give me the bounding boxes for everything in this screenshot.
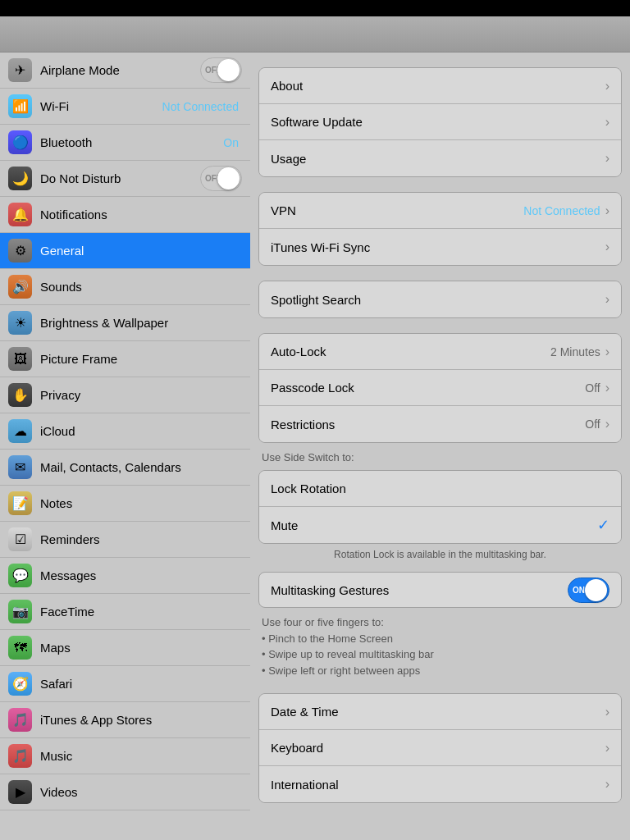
detail-row-international[interactable]: International› bbox=[259, 766, 621, 802]
sidebar-item-videos[interactable]: ▶Videos bbox=[0, 774, 250, 810]
section-group-group2: VPNNot Connected›iTunes Wi-Fi Sync› bbox=[258, 192, 622, 266]
chevron-icon: › bbox=[605, 203, 609, 218]
sidebar-item-label-mail: Mail, Contacts, Calendars bbox=[40, 460, 242, 474]
sidebar-item-airplane-mode[interactable]: ✈Airplane ModeOFF bbox=[0, 52, 250, 89]
rotation-note: Rotation Lock is available in the multit… bbox=[250, 544, 630, 560]
sidebar-item-reminders[interactable]: ☑Reminders bbox=[0, 522, 250, 558]
facetime-icon: 📷 bbox=[8, 600, 32, 623]
do-not-disturb-toggle[interactable]: OFF bbox=[200, 166, 242, 191]
side-switch-label-lock-rotation: Lock Rotation bbox=[271, 482, 609, 495]
sidebar-item-label-notes: Notes bbox=[40, 496, 242, 510]
itunes-icon: 🎵 bbox=[8, 708, 32, 732]
sidebar-item-label-reminders: Reminders bbox=[40, 532, 242, 546]
sidebar-item-label-brightness: Brightness & Wallpaper bbox=[40, 316, 242, 330]
detail-header bbox=[250, 16, 630, 52]
chevron-icon: › bbox=[605, 417, 609, 431]
chevron-icon: › bbox=[605, 381, 609, 395]
sidebar-item-label-music: Music bbox=[40, 749, 242, 763]
sidebar-item-bluetooth[interactable]: 🔵BluetoothOn bbox=[0, 125, 250, 161]
row-label-date-time: Date & Time bbox=[271, 705, 605, 719]
detail-row-usage[interactable]: Usage› bbox=[259, 140, 621, 176]
sidebar-item-music[interactable]: 🎵Music bbox=[0, 738, 250, 774]
side-switch-row-mute[interactable]: Mute✓ bbox=[259, 507, 621, 543]
do-not-disturb-icon: 🌙 bbox=[8, 167, 32, 190]
detail-row-passcode-lock[interactable]: Passcode LockOff› bbox=[259, 370, 621, 406]
chevron-icon: › bbox=[605, 240, 609, 254]
row-label-usage: Usage bbox=[271, 152, 605, 166]
sidebar-item-messages[interactable]: 💬Messages bbox=[0, 558, 250, 594]
airplane-mode-icon: ✈ bbox=[8, 58, 32, 82]
sidebar-item-wifi[interactable]: 📶Wi-FiNot Connected bbox=[0, 89, 250, 125]
sidebar-item-notifications[interactable]: 🔔Notifications bbox=[0, 197, 250, 233]
detail-row-about[interactable]: About› bbox=[259, 68, 621, 104]
side-switch-group: Lock RotationMute✓ bbox=[258, 470, 622, 544]
messages-icon: 💬 bbox=[8, 564, 32, 587]
detail-row-restrictions[interactable]: RestrictionsOff› bbox=[259, 406, 621, 442]
sidebar-item-label-wifi: Wi-Fi bbox=[40, 99, 162, 113]
notifications-icon: 🔔 bbox=[8, 203, 32, 226]
row-label-international: International bbox=[271, 778, 605, 792]
chevron-icon: › bbox=[605, 777, 609, 792]
sidebar-item-general[interactable]: ⚙General bbox=[0, 233, 250, 269]
chevron-icon: › bbox=[605, 345, 609, 359]
section-group-group5: Date & Time›Keyboard›International› bbox=[258, 693, 622, 803]
sidebar-item-label-privacy: Privacy bbox=[40, 388, 242, 402]
sidebar-item-brightness[interactable]: ☀Brightness & Wallpaper bbox=[0, 305, 250, 341]
sidebar-item-label-airplane-mode: Airplane Mode bbox=[40, 63, 200, 77]
row-label-spotlight-search: Spotlight Search bbox=[271, 293, 605, 307]
sidebar-item-icloud[interactable]: ☁iCloud bbox=[0, 413, 250, 450]
status-bar bbox=[0, 0, 630, 16]
sidebar-item-do-not-disturb[interactable]: 🌙Do Not DisturbOFF bbox=[0, 161, 250, 197]
detail-pane: About›Software Update›Usage›VPNNot Conne… bbox=[250, 16, 630, 840]
row-value-restrictions: Off bbox=[585, 418, 600, 431]
bluetooth-value: On bbox=[223, 136, 239, 149]
row-label-restrictions: Restrictions bbox=[271, 418, 585, 431]
sidebar-item-label-bluetooth: Bluetooth bbox=[40, 135, 223, 149]
row-value-vpn: Not Connected bbox=[523, 204, 600, 217]
sidebar-header bbox=[0, 16, 250, 52]
picture-frame-icon: 🖼 bbox=[8, 347, 32, 371]
privacy-icon: ✋ bbox=[8, 383, 32, 407]
sidebar-item-picture-frame[interactable]: 🖼Picture Frame bbox=[0, 341, 250, 377]
reminders-icon: ☑ bbox=[8, 527, 32, 551]
row-label-itunes-wifi-sync: iTunes Wi-Fi Sync bbox=[271, 240, 605, 254]
detail-row-date-time[interactable]: Date & Time› bbox=[259, 694, 621, 730]
sounds-icon: 🔊 bbox=[8, 275, 32, 299]
music-icon: 🎵 bbox=[8, 744, 32, 768]
detail-row-auto-lock[interactable]: Auto-Lock2 Minutes› bbox=[259, 334, 621, 370]
sidebar-item-maps[interactable]: 🗺Maps bbox=[0, 630, 250, 666]
detail-row-spotlight-search[interactable]: Spotlight Search› bbox=[259, 281, 621, 317]
mail-icon: ✉ bbox=[8, 455, 32, 479]
sidebar-item-notes[interactable]: 📝Notes bbox=[0, 486, 250, 522]
detail-row-itunes-wifi-sync[interactable]: iTunes Wi-Fi Sync› bbox=[259, 229, 621, 265]
sidebar-item-safari[interactable]: 🧭Safari bbox=[0, 666, 250, 702]
row-label-vpn: VPN bbox=[271, 203, 523, 217]
sidebar-item-itunes[interactable]: 🎵iTunes & App Stores bbox=[0, 702, 250, 738]
notes-icon: 📝 bbox=[8, 491, 32, 515]
airplane-mode-toggle[interactable]: OFF bbox=[200, 57, 242, 83]
chevron-icon: › bbox=[605, 705, 609, 719]
toggle-on-label: ON bbox=[573, 586, 585, 595]
multitasking-gestures-row[interactable]: Multitasking GesturesON bbox=[258, 572, 622, 608]
detail-row-keyboard[interactable]: Keyboard› bbox=[259, 730, 621, 766]
multitasking-gestures-toggle[interactable]: ON bbox=[568, 578, 609, 603]
sidebar: ✈Airplane ModeOFF📶Wi-FiNot Connected🔵Blu… bbox=[0, 16, 250, 840]
sidebar-item-facetime[interactable]: 📷FaceTime bbox=[0, 594, 250, 630]
sidebar-item-label-icloud: iCloud bbox=[40, 424, 242, 438]
sidebar-item-label-itunes: iTunes & App Stores bbox=[40, 713, 242, 727]
detail-row-software-update[interactable]: Software Update› bbox=[259, 104, 621, 140]
section-group-group4: Auto-Lock2 Minutes›Passcode LockOff›Rest… bbox=[258, 333, 622, 443]
row-label-auto-lock: Auto-Lock bbox=[271, 345, 550, 358]
bluetooth-icon: 🔵 bbox=[8, 130, 32, 154]
detail-row-vpn[interactable]: VPNNot Connected› bbox=[259, 193, 621, 229]
sidebar-item-mail[interactable]: ✉Mail, Contacts, Calendars bbox=[0, 450, 250, 486]
row-value-passcode-lock: Off bbox=[585, 381, 600, 395]
row-label-keyboard: Keyboard bbox=[271, 741, 605, 755]
sidebar-item-label-videos: Videos bbox=[40, 785, 242, 799]
multitasking-description: Use four or five fingers to: • Pinch to … bbox=[250, 608, 630, 678]
sidebar-item-privacy[interactable]: ✋Privacy bbox=[0, 377, 250, 413]
row-value-auto-lock: 2 Minutes bbox=[550, 345, 600, 358]
chevron-icon: › bbox=[605, 115, 609, 130]
side-switch-row-lock-rotation[interactable]: Lock Rotation bbox=[259, 471, 621, 507]
sidebar-item-sounds[interactable]: 🔊Sounds bbox=[0, 269, 250, 305]
